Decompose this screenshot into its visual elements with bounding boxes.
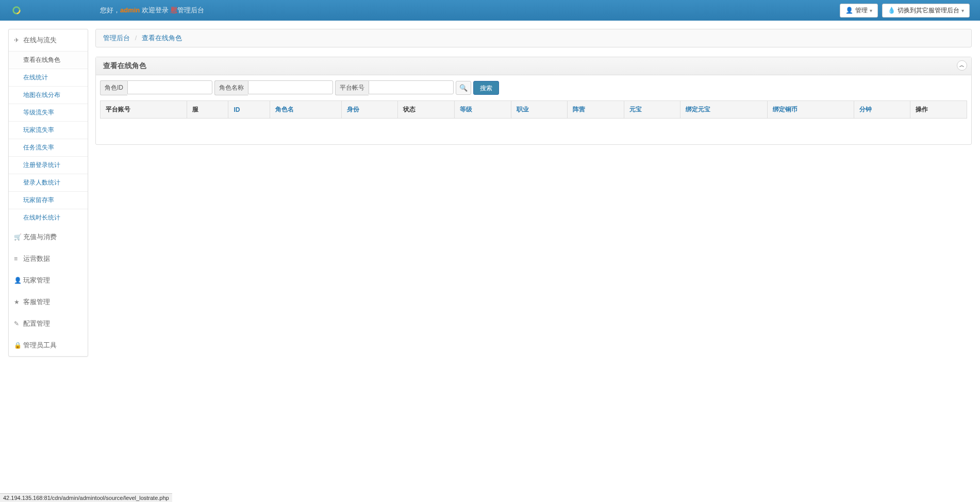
breadcrumb-root[interactable]: 管理后台	[103, 34, 130, 42]
main-content: 管理后台 / 查看在线角色 查看在线角色 ︿ 角色ID 角色名称	[95, 29, 972, 145]
search-row: 角色ID 角色名称 平台帐号 🔍 搜索	[100, 80, 967, 95]
sidebar-item[interactable]: 地图在线分布	[9, 86, 88, 104]
lock-icon: 🔒	[14, 342, 21, 349]
role-name-group: 角色名称	[214, 80, 333, 95]
sidebar-item-link[interactable]: 地图在线分布	[23, 91, 60, 98]
edit-icon: ✎	[14, 320, 21, 327]
greeting-text: 您好，admin 欢迎登录 慰管理后台	[100, 6, 204, 15]
search-icon-button[interactable]: 🔍	[456, 81, 471, 95]
role-id-input[interactable]	[127, 80, 212, 94]
sidebar-item[interactable]: 等级流失率	[9, 104, 88, 121]
sidebar-item-link[interactable]: 注册登录统计	[23, 161, 60, 169]
sidebar-section-label: 管理员工具	[23, 341, 57, 350]
sidebar-section-label: 配置管理	[23, 319, 50, 328]
sidebar-item-link[interactable]: 查看在线角色	[23, 56, 60, 63]
table-header-cell[interactable]: 阵营	[568, 101, 624, 119]
breadcrumb-separator: /	[135, 34, 137, 42]
sidebar-section-label: 充值与消费	[23, 232, 57, 242]
sidebar: ✈在线与流失查看在线角色在线统计地图在线分布等级流失率玩家流失率任务流失率注册登…	[8, 29, 88, 357]
table-header-cell[interactable]: 身份	[341, 101, 398, 119]
table-header-cell: 操作	[910, 101, 967, 119]
panel-header: 查看在线角色 ︿	[96, 57, 971, 75]
sidebar-item[interactable]: 查看在线角色	[9, 51, 88, 69]
table-header-cell: 平台账号	[101, 101, 187, 119]
search-icon: 🔍	[459, 84, 468, 92]
switch-server-button[interactable]: 💧 切换到其它服管理后台 ▾	[882, 4, 970, 18]
account-input[interactable]	[369, 80, 454, 94]
tint-icon: 💧	[888, 7, 895, 14]
sidebar-section-label: 客服管理	[23, 297, 50, 307]
user-icon: 👤	[14, 277, 21, 284]
table-header-cell[interactable]: 角色名	[270, 101, 341, 119]
table-header-cell[interactable]: 职业	[511, 101, 568, 119]
chevron-up-icon: ︿	[959, 62, 965, 69]
sidebar-item-link[interactable]: 在线时长统计	[23, 214, 60, 221]
role-name-label: 角色名称	[214, 80, 248, 95]
list-icon: ≡	[14, 255, 21, 262]
table-header-cell[interactable]: 绑定元宝	[680, 101, 767, 119]
table-header-cell[interactable]: ID	[228, 101, 270, 119]
results-table: 平台账号服ID角色名身份状态等级职业阵营元宝绑定元宝绑定铜币分钟操作	[100, 101, 967, 119]
star-icon: ★	[14, 298, 21, 306]
role-id-label: 角色ID	[100, 80, 127, 95]
role-name-input[interactable]	[248, 80, 333, 94]
sidebar-section-header[interactable]: ✎配置管理	[9, 313, 88, 334]
sidebar-item-link[interactable]: 玩家留存率	[23, 196, 54, 204]
sidebar-item[interactable]: 在线时长统计	[9, 209, 88, 226]
table-header-cell[interactable]: 元宝	[624, 101, 680, 119]
role-id-group: 角色ID	[100, 80, 212, 95]
sidebar-item[interactable]: 任务流失率	[9, 139, 88, 156]
sidebar-item[interactable]: 玩家流失率	[9, 121, 88, 139]
breadcrumb-current[interactable]: 查看在线角色	[142, 34, 182, 42]
admin-dropdown-button[interactable]: 👤 管理 ▾	[840, 4, 878, 18]
sidebar-section-header[interactable]: 🔒管理员工具	[9, 334, 88, 356]
search-button[interactable]: 搜索	[473, 81, 499, 95]
sidebar-section-header[interactable]: ✈在线与流失	[9, 29, 88, 51]
panel: 查看在线角色 ︿ 角色ID 角色名称 平台帐号	[95, 57, 972, 145]
sidebar-section-label: 在线与流失	[23, 36, 57, 45]
table-header-cell: 服	[187, 101, 228, 119]
panel-body: 角色ID 角色名称 平台帐号 🔍 搜索	[96, 75, 971, 144]
navbar-right: 👤 管理 ▾ 💧 切换到其它服管理后台 ▾	[840, 4, 970, 18]
sidebar-item-link[interactable]: 登录人数统计	[23, 179, 60, 186]
sidebar-item[interactable]: 玩家留存率	[9, 191, 88, 209]
sidebar-section-header[interactable]: ★客服管理	[9, 291, 88, 313]
user-icon: 👤	[845, 7, 853, 14]
panel-collapse-button[interactable]: ︿	[957, 60, 967, 71]
top-navbar: 您好，admin 欢迎登录 慰管理后台 👤 管理 ▾ 💧 切换到其它服管理后台 …	[0, 0, 980, 21]
sidebar-section-header[interactable]: 👤玩家管理	[9, 270, 88, 291]
panel-title: 查看在线角色	[103, 61, 146, 71]
sidebar-section-label: 玩家管理	[23, 276, 50, 285]
sidebar-section-label: 运营数据	[23, 254, 50, 263]
logo-icon	[10, 4, 23, 16]
sidebar-item[interactable]: 在线统计	[9, 69, 88, 86]
sidebar-section-header[interactable]: ≡运营数据	[9, 248, 88, 270]
sidebar-item-link[interactable]: 玩家流失率	[23, 126, 54, 133]
plane-icon: ✈	[14, 37, 21, 44]
sidebar-item-link[interactable]: 在线统计	[23, 74, 48, 81]
table-header-cell[interactable]: 绑定铜币	[767, 101, 854, 119]
caret-down-icon: ▾	[961, 8, 964, 13]
caret-down-icon: ▾	[870, 8, 872, 13]
table-header-row: 平台账号服ID角色名身份状态等级职业阵营元宝绑定元宝绑定铜币分钟操作	[101, 101, 967, 119]
cart-icon: 🛒	[14, 233, 21, 241]
table-header-cell[interactable]: 分钟	[854, 101, 910, 119]
sidebar-item-link[interactable]: 任务流失率	[23, 144, 54, 151]
table-header-cell: 状态	[398, 101, 455, 119]
sidebar-section-header[interactable]: 🛒充值与消费	[9, 226, 88, 248]
account-group: 平台帐号	[335, 80, 454, 95]
account-label: 平台帐号	[335, 80, 369, 95]
sidebar-item[interactable]: 登录人数统计	[9, 174, 88, 191]
sidebar-item[interactable]: 注册登录统计	[9, 156, 88, 174]
breadcrumb: 管理后台 / 查看在线角色	[95, 29, 972, 47]
table-header-cell[interactable]: 等级	[454, 101, 511, 119]
sidebar-item-link[interactable]: 等级流失率	[23, 109, 54, 116]
